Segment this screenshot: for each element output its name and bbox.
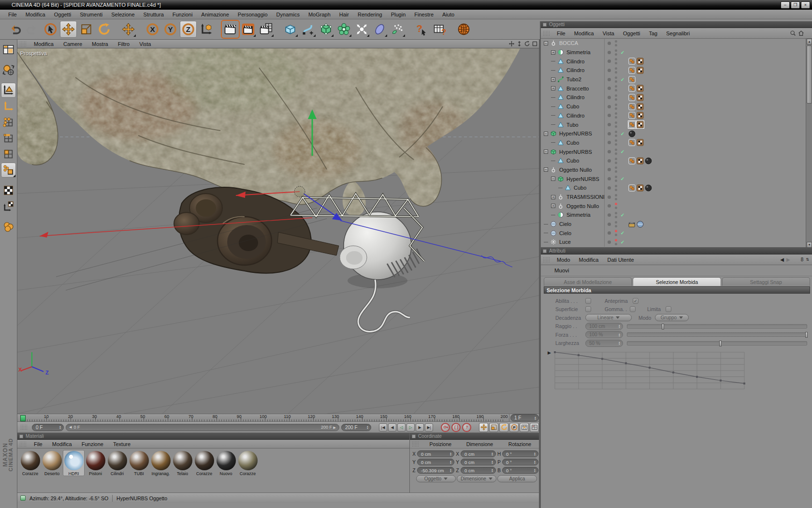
material-sphere[interactable] bbox=[108, 451, 127, 470]
visibility-dot[interactable] bbox=[615, 162, 617, 164]
tree-row-hypernurbs[interactable]: −HyperNURBS✓ bbox=[541, 174, 812, 183]
visibility-dot[interactable] bbox=[615, 179, 617, 182]
menu-strumenti[interactable]: Strumenti bbox=[75, 11, 107, 18]
menu-mograph[interactable]: MoGraph bbox=[304, 11, 335, 18]
materials-menu-funzione[interactable]: Funzione bbox=[77, 441, 108, 448]
object-label[interactable]: Oggetto Nullo bbox=[566, 203, 604, 209]
uvw-tag[interactable] bbox=[637, 157, 644, 164]
layer-dot[interactable] bbox=[608, 114, 611, 117]
add-particles-button[interactable] bbox=[389, 21, 406, 38]
layer-dot[interactable] bbox=[608, 96, 611, 99]
texture-axis-mode-button[interactable] bbox=[1, 199, 16, 214]
layout-grid-button[interactable] bbox=[1, 42, 16, 57]
animation-mode-button[interactable] bbox=[1, 163, 16, 178]
texture-mode-button[interactable] bbox=[1, 183, 16, 198]
layer-dot[interactable] bbox=[608, 240, 611, 244]
visibility-dot[interactable] bbox=[615, 116, 617, 119]
slider-track[interactable] bbox=[627, 332, 807, 337]
material-sphere[interactable] bbox=[130, 451, 149, 470]
coord-mode-dropdown-oggetto[interactable]: Oggetto bbox=[416, 475, 456, 482]
checkbox-abilita[interactable] bbox=[585, 298, 591, 304]
layer-dot[interactable] bbox=[608, 150, 611, 153]
scale-tool-button[interactable] bbox=[78, 21, 95, 38]
tree-row-cilindro[interactable]: Cilindro bbox=[541, 93, 812, 102]
expand-icon[interactable]: + bbox=[551, 50, 555, 55]
phong-tag[interactable] bbox=[628, 139, 636, 146]
object-label[interactable]: Tubo bbox=[566, 122, 604, 128]
coord-mode-dropdown-dimensione[interactable]: Dimensione bbox=[457, 475, 496, 482]
visibility-dot[interactable] bbox=[615, 166, 617, 169]
panel-grip[interactable] bbox=[19, 441, 27, 447]
visibility-dot[interactable] bbox=[615, 198, 617, 200]
visibility-dot[interactable] bbox=[615, 131, 617, 133]
section-header[interactable]: Selezione Morbida bbox=[544, 286, 810, 294]
material-sphere[interactable] bbox=[21, 451, 40, 470]
material-item[interactable]: Telaio bbox=[172, 450, 193, 476]
visibility-dot[interactable] bbox=[615, 125, 617, 128]
material-item[interactable]: Nuovo bbox=[215, 450, 237, 476]
material-item[interactable]: Cilindri bbox=[106, 450, 128, 476]
menu-personaggio[interactable]: Personaggio bbox=[233, 11, 272, 18]
tab-selezione-morbida[interactable]: Selezione Morbida bbox=[633, 277, 721, 286]
material-sphere[interactable] bbox=[86, 451, 105, 470]
material-item[interactable]: Corazze bbox=[193, 450, 215, 476]
layer-dot[interactable] bbox=[608, 159, 611, 163]
layer-dot[interactable] bbox=[608, 123, 611, 126]
coord-field-dimensione-x[interactable]: 0 cm▲▼ bbox=[461, 450, 496, 457]
tab-settaggi-snap[interactable]: Settaggi Snap bbox=[722, 277, 810, 286]
record-parameter-button[interactable]: P bbox=[509, 423, 519, 432]
uvw-tag[interactable] bbox=[637, 85, 644, 92]
visibility-dot[interactable] bbox=[615, 112, 617, 115]
object-axis-mode-button[interactable] bbox=[1, 99, 16, 114]
panel-grip[interactable] bbox=[543, 30, 551, 36]
collapse-icon[interactable]: − bbox=[551, 177, 555, 181]
object-label[interactable]: Cilindro bbox=[566, 94, 604, 100]
slider-handle[interactable] bbox=[805, 332, 808, 338]
material-tag[interactable] bbox=[645, 157, 652, 164]
tree-row-simmetria[interactable]: +Simmetria✓ bbox=[541, 48, 812, 57]
render-view-button[interactable] bbox=[222, 21, 239, 38]
prev-key-button[interactable]: ◀ bbox=[388, 423, 396, 432]
visibility-dot[interactable] bbox=[615, 207, 617, 209]
material-item[interactable]: Ingranag. bbox=[150, 450, 172, 476]
keyframe-mode-button[interactable] bbox=[530, 423, 539, 432]
scrollbar-thumb[interactable] bbox=[807, 45, 812, 104]
menu-dynamics[interactable]: Dynamics bbox=[272, 11, 304, 18]
visibility-dot[interactable] bbox=[615, 134, 617, 137]
material-sphere[interactable] bbox=[217, 451, 236, 470]
tree-row-hypernurbs[interactable]: −HyperNURBS✓ bbox=[541, 129, 812, 138]
menu-funzioni[interactable]: Funzioni bbox=[168, 11, 197, 18]
material-sphere[interactable] bbox=[43, 451, 62, 470]
uvw-tag[interactable] bbox=[637, 67, 644, 74]
object-label[interactable]: Braccetto bbox=[566, 86, 604, 91]
object-label[interactable]: Luce bbox=[559, 239, 604, 245]
tree-row-trasmissione[interactable]: +TRASMISSIONE bbox=[541, 193, 812, 202]
visibility-dot[interactable] bbox=[615, 158, 617, 160]
uvw-tag[interactable] bbox=[637, 121, 644, 128]
tree-row-cubo[interactable]: Cubo bbox=[541, 102, 812, 111]
enabled-check-icon[interactable]: ✓ bbox=[620, 239, 625, 245]
menu-struttura[interactable]: Struttura bbox=[139, 11, 168, 18]
object-label[interactable]: Cubo bbox=[566, 104, 604, 109]
modo-dropdown[interactable]: Gruppo bbox=[655, 314, 689, 321]
attributes-title-bar[interactable]: Attributi bbox=[541, 248, 812, 254]
material-item[interactable]: Corazze bbox=[19, 450, 41, 476]
phong-tag[interactable] bbox=[628, 184, 636, 192]
visibility-dot[interactable] bbox=[615, 216, 617, 218]
tree-row-cilindro[interactable]: Cilindro bbox=[541, 66, 812, 75]
coord-field-rotazione-p[interactable]: 0 °▲▼ bbox=[502, 459, 538, 465]
tree-row-cubo[interactable]: Cubo bbox=[541, 138, 812, 148]
tree-row-tubo2[interactable]: +Tubo2✓ bbox=[541, 75, 812, 84]
add-hypernurbs-button[interactable] bbox=[318, 21, 334, 38]
checkbox-limita[interactable] bbox=[666, 306, 671, 312]
tree-row-tubo[interactable]: Tubo bbox=[541, 120, 812, 129]
visibility-off-dot[interactable] bbox=[615, 230, 617, 232]
restore-button[interactable]: ❐ bbox=[791, 1, 800, 9]
panel-grip[interactable] bbox=[412, 441, 420, 447]
render-picture-viewer-button[interactable] bbox=[240, 21, 257, 38]
object-label[interactable]: HyperNURBS bbox=[566, 176, 604, 182]
material-sphere[interactable] bbox=[173, 451, 192, 470]
expand-icon[interactable]: + bbox=[551, 86, 555, 90]
tab-asse-di-modellazione[interactable]: Asse di Modellazione bbox=[544, 277, 632, 286]
visibility-dot[interactable] bbox=[615, 143, 617, 146]
